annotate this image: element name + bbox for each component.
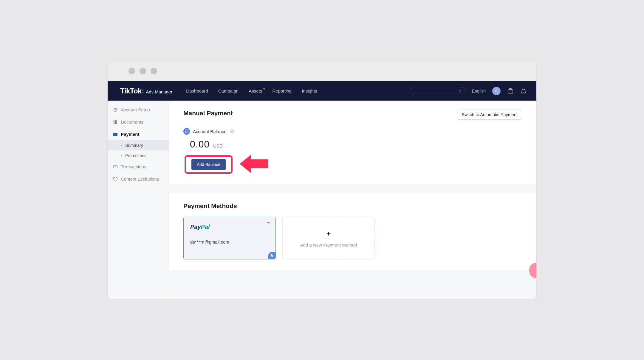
svg-rect-3	[114, 120, 114, 124]
bullet-icon	[121, 145, 122, 146]
svg-point-8	[115, 166, 116, 167]
balance-badge-icon	[183, 128, 190, 135]
balance-currency: USD	[213, 143, 223, 148]
briefcase-icon[interactable]	[507, 88, 514, 94]
sidebar-item-account-setup[interactable]: Account Setup	[108, 104, 169, 116]
manual-payment-panel: Manual Payment Switch to Automatic Payme…	[169, 101, 536, 184]
sidebar-subitem-label: Summary	[125, 143, 143, 148]
switch-to-automatic-button[interactable]: Switch to Automatic Payment	[457, 110, 522, 120]
sidebar-item-payment[interactable]: Payment	[108, 128, 169, 140]
bell-icon[interactable]	[520, 88, 527, 94]
sidebar-item-transactions[interactable]: Transactions	[108, 161, 169, 173]
logo[interactable]: TikTok: Ads Manager	[120, 87, 172, 95]
language-selector[interactable]: English	[472, 89, 486, 93]
payment-methods-grid: ··· PayPal ds****n@gmail.com + Add a New…	[183, 217, 522, 259]
sidebar-item-label: Transactions	[121, 164, 146, 169]
main-content: Manual Payment Switch to Automatic Payme…	[169, 101, 536, 299]
sidebar: Account Setup Documents Payment Summary …	[108, 101, 169, 299]
documents-icon	[113, 120, 118, 124]
add-balance-button[interactable]: Add Balance	[191, 159, 226, 170]
sidebar-item-documents[interactable]: Documents	[108, 116, 169, 128]
panel-header: Manual Payment Switch to Automatic Payme…	[183, 110, 522, 120]
pin-icon	[268, 252, 275, 259]
top-navigation-bar: TikTok: Ads Manager Dashboard Campaign A…	[108, 81, 536, 101]
traffic-light-close[interactable]	[129, 68, 135, 74]
sidebar-item-content-exclusions[interactable]: Content Exclusions	[108, 173, 169, 185]
info-icon[interactable]: ?	[230, 129, 234, 133]
transactions-icon	[113, 164, 118, 169]
svg-rect-5	[116, 120, 117, 124]
browser-window: TikTok: Ads Manager Dashboard Campaign A…	[107, 61, 537, 299]
sidebar-item-label: Documents	[121, 119, 143, 124]
traffic-light-minimize[interactable]	[140, 68, 146, 74]
sidebar-subitem-summary[interactable]: Summary	[108, 140, 169, 150]
card-more-icon[interactable]: ···	[267, 220, 270, 226]
nav-reporting[interactable]: Reporting	[272, 88, 292, 93]
add-balance-highlight: Add Balance	[185, 155, 233, 174]
svg-rect-4	[115, 120, 116, 124]
sidebar-subitem-label: Promotions	[125, 153, 146, 158]
balance-value: 0.00	[190, 139, 210, 150]
content-area: Account Setup Documents Payment Summary …	[108, 101, 536, 299]
svg-rect-6	[113, 133, 117, 136]
balance-label: Account Balance	[193, 129, 227, 134]
account-balance-row: Account Balance ?	[183, 128, 522, 135]
topbar-right-group: English S	[411, 87, 527, 95]
sidebar-item-label: Content Exclusions	[121, 176, 159, 181]
plus-icon: +	[326, 229, 331, 238]
nav-insights[interactable]: Insights	[302, 88, 317, 93]
gear-icon	[113, 107, 118, 112]
bullet-icon	[121, 155, 122, 156]
chevron-down-icon	[458, 89, 462, 93]
arrow-left-icon	[240, 152, 268, 177]
wallet-icon	[113, 132, 118, 137]
payment-methods-title: Payment Methods	[183, 202, 522, 210]
logo-text: TikTok	[120, 87, 142, 95]
payment-methods-panel: Payment Methods ··· PayPal ds****n@gmail…	[169, 193, 536, 270]
sidebar-item-label: Payment	[121, 132, 140, 137]
payment-method-card-paypal[interactable]: ··· PayPal ds****n@gmail.com	[183, 217, 276, 259]
balance-amount: 0.00 USD	[183, 139, 522, 150]
paypal-email: ds****n@gmail.com	[190, 239, 269, 244]
paypal-logo: PayPal	[190, 224, 269, 230]
notification-dot-icon	[263, 88, 265, 90]
account-selector[interactable]	[411, 87, 465, 95]
svg-rect-0	[508, 90, 513, 93]
nav-campaign[interactable]: Campaign	[218, 88, 239, 93]
nav-dashboard[interactable]: Dashboard	[186, 88, 208, 93]
callout-border: Add Balance	[185, 155, 233, 174]
sidebar-subitem-promotions[interactable]: Promotions	[108, 150, 169, 161]
page-title: Manual Payment	[183, 110, 233, 117]
traffic-light-maximize[interactable]	[151, 68, 157, 74]
nav-assets[interactable]: Assets	[249, 88, 262, 93]
browser-titlebar	[108, 61, 536, 81]
user-avatar[interactable]: S	[492, 87, 501, 95]
add-payment-method-label: Add a New Payment Method	[300, 242, 357, 247]
logo-subtitle: Ads Manager	[146, 89, 172, 94]
nav-menu: Dashboard Campaign Assets Reporting Insi…	[186, 88, 317, 93]
shield-icon	[113, 177, 118, 181]
add-payment-method-card[interactable]: + Add a New Payment Method	[282, 217, 375, 259]
svg-point-2	[115, 109, 116, 110]
sidebar-item-label: Account Setup	[121, 107, 150, 112]
